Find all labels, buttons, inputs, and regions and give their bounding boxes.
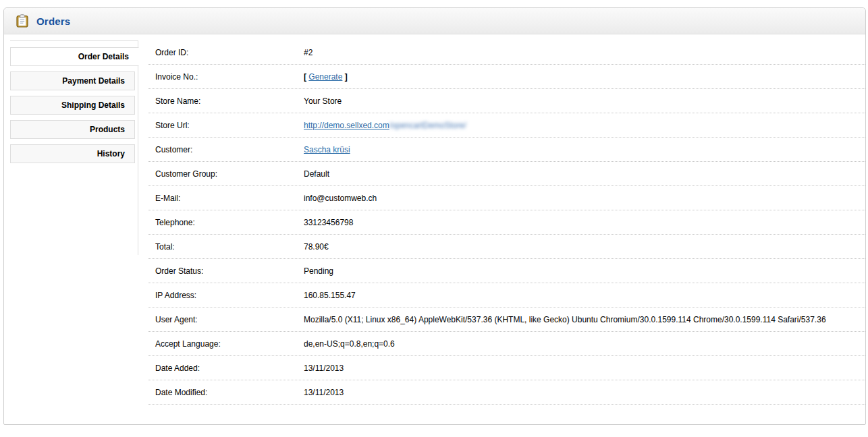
store-url-link[interactable]: http://demo.sellxed.com/opencartDemoStor… bbox=[304, 121, 466, 130]
order-content: Order Details Payment Details Shipping D… bbox=[4, 34, 865, 424]
customer-group-value: Default bbox=[304, 169, 865, 179]
accept-language-value: de,en-US;q=0.8,en;q=0.6 bbox=[304, 339, 865, 349]
invoice-no-label: Invoice No.: bbox=[148, 72, 304, 82]
row-order-status: Order Status: Pending bbox=[148, 259, 865, 283]
customer-group-label: Customer Group: bbox=[148, 169, 304, 179]
tab-products[interactable]: Products bbox=[10, 120, 135, 139]
ip-address-value: 160.85.155.47 bbox=[304, 291, 865, 300]
tab-shipping-details[interactable]: Shipping Details bbox=[10, 96, 135, 115]
panel-heading: Orders bbox=[4, 8, 865, 34]
tab-history[interactable]: History bbox=[10, 144, 135, 163]
email-label: E-Mail: bbox=[148, 194, 304, 203]
date-modified-value: 13/11/2013 bbox=[304, 388, 865, 397]
store-name-value: Your Store bbox=[304, 96, 865, 106]
clipboard-icon bbox=[16, 14, 29, 28]
telephone-label: Telephone: bbox=[148, 218, 304, 227]
accept-language-label: Accept Language: bbox=[148, 339, 304, 349]
row-date-modified: Date Modified: 13/11/2013 bbox=[148, 380, 865, 405]
date-added-label: Date Added: bbox=[148, 363, 304, 373]
row-telephone: Telephone: 33123456798 bbox=[148, 210, 865, 235]
vertical-tabs: Order Details Payment Details Shipping D… bbox=[10, 40, 138, 255]
row-invoice-no: Invoice No.: [ Generate ] bbox=[148, 65, 865, 89]
row-accept-language: Accept Language: de,en-US;q=0.8,en;q=0.6 bbox=[148, 332, 865, 356]
customer-value: Sascha krüsi bbox=[304, 145, 865, 154]
row-ip-address: IP Address: 160.85.155.47 bbox=[148, 283, 865, 308]
bracket-close: ] bbox=[345, 72, 348, 82]
total-value: 78.90€ bbox=[304, 242, 865, 252]
orders-panel: Orders Order Details Payment Details Shi… bbox=[3, 7, 866, 425]
customer-link[interactable]: Sascha krüsi bbox=[304, 145, 350, 154]
order-id-value: #2 bbox=[304, 48, 865, 57]
order-status-label: Order Status: bbox=[148, 266, 304, 276]
store-name-label: Store Name: bbox=[148, 96, 304, 106]
tab-payment-details[interactable]: Payment Details bbox=[10, 71, 135, 90]
row-customer: Customer: Sascha krüsi bbox=[148, 138, 865, 162]
bracket-open: [ bbox=[304, 72, 306, 82]
row-date-added: Date Added: 13/11/2013 bbox=[148, 356, 865, 380]
telephone-value: 33123456798 bbox=[304, 218, 865, 227]
invoice-no-value: [ Generate ] bbox=[304, 72, 865, 82]
row-store-url: Store Url: http://demo.sellxed.com/openc… bbox=[148, 113, 865, 138]
customer-label: Customer: bbox=[148, 145, 304, 154]
row-order-id: Order ID: #2 bbox=[148, 40, 865, 65]
total-label: Total: bbox=[148, 242, 304, 252]
store-url-masked-text: /opencartDemoStore/ bbox=[389, 121, 466, 130]
order-id-label: Order ID: bbox=[148, 48, 304, 57]
store-url-value: http://demo.sellxed.com/opencartDemoStor… bbox=[304, 121, 865, 130]
order-status-value: Pending bbox=[304, 266, 865, 276]
row-customer-group: Customer Group: Default bbox=[148, 162, 865, 186]
generate-invoice-link[interactable]: Generate bbox=[308, 72, 342, 82]
row-user-agent: User Agent: Mozilla/5.0 (X11; Linux x86_… bbox=[148, 308, 865, 332]
row-store-name: Store Name: Your Store bbox=[148, 89, 865, 113]
email-value: info@customweb.ch bbox=[304, 194, 865, 203]
store-url-label: Store Url: bbox=[148, 121, 304, 130]
page-title: Orders bbox=[36, 16, 70, 27]
row-total: Total: 78.90€ bbox=[148, 235, 865, 259]
date-added-value: 13/11/2013 bbox=[304, 363, 865, 373]
date-modified-label: Date Modified: bbox=[148, 388, 304, 397]
ip-address-label: IP Address: bbox=[148, 291, 304, 300]
user-agent-label: User Agent: bbox=[148, 315, 304, 324]
row-email: E-Mail: info@customweb.ch bbox=[148, 186, 865, 210]
order-details-table: Order ID: #2 Invoice No.: [ Generate ] S… bbox=[148, 40, 865, 405]
tab-order-details[interactable]: Order Details bbox=[10, 47, 139, 66]
store-url-visible-text: http://demo.sellxed.com bbox=[304, 121, 389, 130]
user-agent-value: Mozilla/5.0 (X11; Linux x86_64) AppleWeb… bbox=[304, 315, 865, 324]
